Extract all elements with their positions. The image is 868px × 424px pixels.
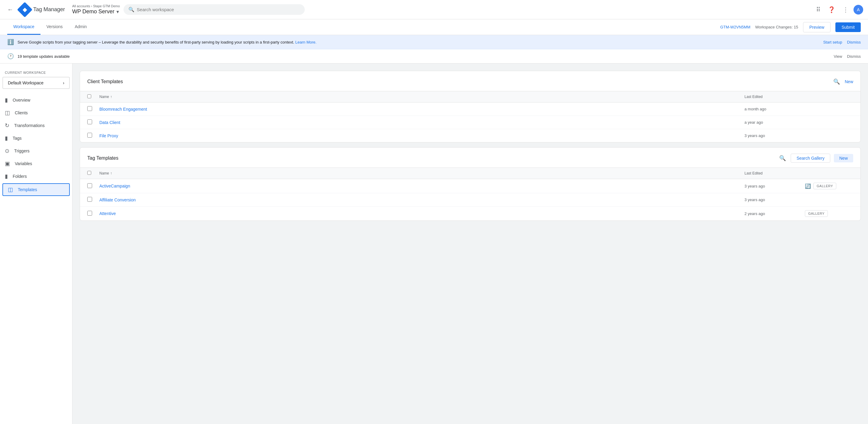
tag-row-2-checkbox[interactable] — [87, 197, 92, 202]
triggers-icon: ⊙ — [5, 148, 9, 154]
sidebar-item-clients-label: Clients — [15, 110, 28, 115]
tag-new-button[interactable]: New — [834, 154, 853, 162]
tag-row-3-name[interactable]: Attentive — [99, 211, 744, 216]
preview-button[interactable]: Preview — [803, 22, 831, 32]
gtm-id[interactable]: GTM-W2VN5MM — [720, 25, 750, 29]
info-dismiss-button[interactable]: Dismiss — [847, 40, 861, 45]
select-all-clients-checkbox[interactable] — [87, 94, 91, 98]
tag-name-col-header[interactable]: Name ↑ — [99, 171, 744, 175]
logo-diamond: ◆ — [17, 2, 33, 17]
client-row-2-date: a year ago — [744, 120, 805, 124]
update-banner-actions: View Dismiss — [834, 54, 861, 59]
templates-icon: ◫ — [8, 186, 13, 193]
sidebar-item-tags[interactable]: ▮ Tags — [0, 132, 70, 145]
info-banner-actions: Start setup Dismiss — [823, 40, 861, 45]
search-input[interactable] — [137, 7, 300, 12]
tag-row-3-checkbox[interactable] — [87, 211, 92, 216]
row-check-2 — [87, 119, 99, 125]
workspace-item-name: Default Workspace — [8, 80, 43, 85]
client-templates-title: Client Templates — [87, 79, 123, 84]
more-button[interactable]: ⋮ — [840, 4, 851, 16]
app-header: ← ◆ Tag Manager All accounts › Stape GTM… — [0, 0, 868, 19]
view-updates-button[interactable]: View — [834, 54, 842, 59]
sidebar-item-overview[interactable]: ▮ Overview — [0, 94, 70, 107]
update-banner: 🕐 19 template updates available View Dis… — [0, 49, 868, 63]
client-row-3-checkbox[interactable] — [87, 133, 92, 138]
gallery-badge-3: GALLERY — [805, 210, 828, 217]
tags-icon: ▮ — [5, 135, 8, 142]
table-row: Attentive 2 years ago GALLERY — [80, 206, 861, 221]
gallery-update-icon: 🔄 — [805, 183, 811, 189]
update-dismiss-button[interactable]: Dismiss — [847, 54, 861, 59]
sidebar-item-triggers[interactable]: ⊙ Triggers — [0, 145, 70, 157]
tag-row-1-name[interactable]: ActiveCampaign — [99, 183, 744, 189]
client-templates-header: Client Templates 🔍 New — [80, 71, 861, 91]
tag-row-check-3 — [87, 211, 99, 217]
tab-workspace[interactable]: Workspace — [7, 19, 40, 35]
client-search-button[interactable]: 🔍 — [832, 77, 841, 86]
avatar[interactable]: A — [854, 5, 863, 15]
sidebar-item-variables[interactable]: ▣ Variables — [0, 157, 70, 170]
current-workspace-label: CURRENT WORKSPACE — [0, 68, 72, 76]
sidebar-item-folders[interactable]: ▮ Folders — [0, 170, 70, 183]
workspace-selector[interactable]: WP Demo Server ▼ — [72, 8, 120, 15]
tag-row-2-name[interactable]: Affiliate Conversion — [99, 197, 744, 202]
sidebar: CURRENT WORKSPACE Default Workspace › ▮ … — [0, 63, 72, 424]
sidebar-item-clients[interactable]: ◫ Clients — [0, 107, 70, 119]
client-templates-actions: 🔍 New — [832, 77, 853, 86]
main-content: Client Templates 🔍 New Name ↑ Last Edite… — [72, 63, 868, 424]
select-all-tags-checkbox[interactable] — [87, 171, 91, 175]
table-row: File Proxy 3 years ago — [80, 129, 861, 142]
tag-search-button[interactable]: 🔍 — [778, 153, 787, 163]
back-button[interactable]: ← — [5, 4, 16, 16]
grid-button[interactable]: ⠿ — [814, 4, 823, 16]
client-row-2-checkbox[interactable] — [87, 119, 92, 124]
help-button[interactable]: ❓ — [826, 4, 838, 16]
search-gallery-button[interactable]: Search Gallery — [791, 153, 830, 163]
search-bar[interactable]: 🔍 — [124, 4, 305, 15]
nav-tabs-right: GTM-W2VN5MM Workspace Changes: 15 Previe… — [720, 22, 861, 32]
tag-row-1-checkbox[interactable] — [87, 183, 92, 188]
tag-row-2-date: 3 years ago — [744, 197, 805, 202]
transformations-icon: ↻ — [5, 122, 9, 129]
sidebar-item-templates-label: Templates — [18, 187, 37, 192]
sidebar-item-transformations[interactable]: ↻ Transformations — [0, 119, 70, 132]
tab-versions[interactable]: Versions — [40, 19, 69, 35]
account-nav: All accounts › Stape GTM Demo WP Demo Se… — [72, 4, 120, 15]
sidebar-item-triggers-label: Triggers — [14, 148, 30, 153]
start-setup-button[interactable]: Start setup — [823, 40, 842, 45]
nav-tabs: Workspace Versions Admin GTM-W2VN5MM Wor… — [0, 19, 868, 35]
header-check-col — [87, 94, 99, 99]
client-name-col-header[interactable]: Name ↑ — [99, 95, 744, 99]
client-row-1-name[interactable]: Bloomreach Engagement — [99, 107, 744, 112]
tag-date-col-header: Last Edited — [744, 171, 805, 175]
tag-row-3-action: GALLERY — [805, 210, 853, 217]
tag-row-1-date: 3 years ago — [744, 184, 805, 189]
gallery-badge-1: GALLERY — [813, 183, 836, 189]
tag-row-check-1 — [87, 183, 99, 189]
update-banner-text: 19 template updates available — [18, 54, 830, 59]
sidebar-item-transformations-label: Transformations — [14, 123, 45, 128]
client-row-1-checkbox[interactable] — [87, 106, 92, 111]
client-row-2-name[interactable]: Data Client — [99, 120, 744, 125]
header-actions: ⠿ ❓ ⋮ A — [814, 4, 863, 16]
tag-templates-card: Tag Templates 🔍 Search Gallery New Name … — [80, 147, 861, 221]
table-row: ActiveCampaign 3 years ago 🔄 GALLERY — [80, 179, 861, 193]
learn-more-link[interactable]: Learn More. — [296, 40, 316, 45]
sidebar-item-folders-label: Folders — [13, 174, 27, 179]
tab-admin[interactable]: Admin — [68, 19, 93, 35]
client-templates-card: Client Templates 🔍 New Name ↑ Last Edite… — [80, 71, 861, 142]
tag-header-check-col — [87, 171, 99, 176]
tag-templates-title: Tag Templates — [87, 156, 118, 161]
submit-button[interactable]: Submit — [835, 22, 861, 32]
tag-templates-table-header: Name ↑ Last Edited — [80, 168, 861, 179]
client-row-3-name[interactable]: File Proxy — [99, 133, 744, 138]
workspace-item[interactable]: Default Workspace › — [2, 77, 70, 89]
client-new-button[interactable]: New — [845, 79, 853, 84]
tag-row-1-action: 🔄 GALLERY — [805, 183, 853, 189]
sidebar-item-templates[interactable]: ◫ Templates — [2, 183, 70, 196]
tag-sort-up-icon: ↑ — [110, 171, 112, 175]
info-banner: ℹ️ Serve Google scripts from your taggin… — [0, 35, 868, 49]
sidebar-nav: ▮ Overview ◫ Clients ↻ Transformations ▮… — [0, 94, 72, 196]
logo-area: ◆ Tag Manager — [19, 4, 65, 15]
